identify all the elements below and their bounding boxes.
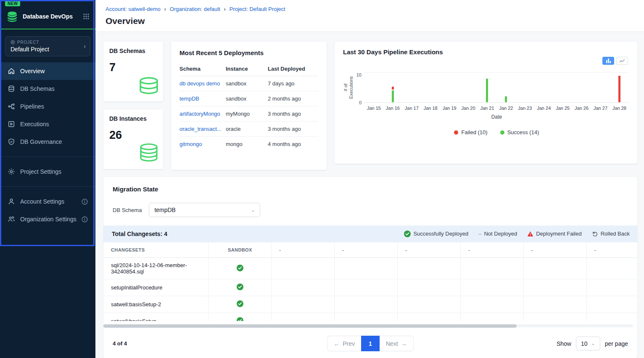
chart-bar-group [553,73,572,102]
pipeline-executions-card: Last 30 Days Pipeline Executions # of Ex… [335,42,637,164]
chart: # of Executions 10 0 Jan 15Jan 16Jan 17J… [343,72,629,135]
chevron-right-icon: › [84,42,86,50]
chart-x-tick: Jan 28 [610,106,629,111]
target-icon [11,40,15,45]
schema-link[interactable]: db devops demo [179,80,220,87]
chart-bar-group [459,73,478,102]
status-cell [209,279,272,296]
legend-not-deployed: – Not Deployed [478,231,517,237]
check-circle-icon [404,231,411,237]
db-schemas-card: DB Schemas 7 [103,42,163,101]
check-circle-icon [237,302,243,308]
info-icon[interactable] [82,199,88,205]
shield-check-icon [8,138,15,146]
total-changesets-bar: Total Changesets: 4 Successfully Deploye… [103,225,637,242]
x-axis-ticks: Jan 15Jan 16Jan 17Jan 18Jan 19Jan 20Jan … [364,106,629,111]
apps-grid-icon[interactable] [83,13,90,20]
x-axis-label: Date [364,114,629,120]
chart-plot [364,72,629,103]
schema-link[interactable]: tempDB [179,95,199,102]
total-changesets-label: Total Changesets: 4 [112,231,167,237]
chart-x-tick: Jan 24 [534,106,553,111]
column-header: Instance [226,61,268,76]
database-stack-icon [136,143,161,167]
legend-label: Deployment Failed [536,231,581,237]
sidebar-item-organization-settings[interactable]: Organization Settings [0,210,95,228]
chart-bar-group [383,73,402,102]
schema-link[interactable]: gitmongo [179,141,202,147]
info-icon[interactable] [82,216,88,223]
breadcrumb-project-link[interactable]: Project: Default Project [230,6,285,12]
last-deployed-cell: 4 months ago [268,137,318,152]
instance-cell: sandbox [226,91,268,106]
column-header: Last Deployed [268,61,318,76]
per-page-select[interactable]: 10 ⌄ [576,337,600,350]
legend-rolled-back: Rolled Back [592,231,630,237]
schema-link[interactable]: oracle_transact... [179,126,222,132]
sidebar-item-executions[interactable]: Executions [0,115,95,133]
breadcrumb-account-link[interactable]: Account: satwell-demo [106,6,161,12]
sidebar-nav: Overview DB Schemas Pipelines Executions… [0,62,95,151]
migration-state-card: Migration State DB Schema tempDB ⌄ Total… [103,177,637,358]
bar-chart-toggle-icon[interactable] [602,57,614,65]
table-row: gitmongo mongo 4 months ago [179,137,318,152]
migration-table: CHANGESETS SANDBOX - - - - - - sql/2024- [103,242,637,321]
sidebar-item-label: DB Governance [20,138,62,145]
breadcrumb: Account: satwell-demo › Organization: de… [106,6,634,12]
prev-page-button[interactable]: ← Prev [327,336,361,351]
sidebar-item-db-schemas[interactable]: DB Schemas [0,80,95,98]
check-circle-icon [237,285,243,292]
breadcrumb-organization-link[interactable]: Organization: default [170,6,220,12]
chart-bar-group [572,73,591,102]
column-header: - [272,242,335,258]
database-icon [8,85,15,93]
chart-bar [486,79,488,102]
chart-x-tick: Jan 19 [440,106,459,111]
chart-x-tick: Jan 15 [364,106,383,111]
db-schema-select[interactable]: tempDB ⌄ [149,203,260,217]
column-header: - [335,242,398,258]
schema-link[interactable]: artifactoryMongo [179,111,220,117]
deployments-table: Schema Instance Last Deployed db devops … [179,61,318,151]
chart-x-tick: Jan 20 [459,106,478,111]
project-selector[interactable]: PROJECT Default Project › [5,36,90,56]
instance-cell: myMongo [226,106,268,122]
table-row: sql/2024-10-14-12-06-member-34240854.sql [103,258,637,279]
migration-table-wrap: CHANGESETS SANDBOX - - - - - - sql/2024- [103,242,637,321]
next-page-button[interactable]: Next → [380,336,414,351]
chevron-down-icon: ⌄ [591,341,595,346]
sidebar-item-db-governance[interactable]: DB Governance [0,133,95,151]
sidebar-item-pipelines[interactable]: Pipelines [0,98,95,115]
person-icon [8,198,15,205]
gear-icon [8,168,15,175]
show-label: Show [557,340,571,347]
chart-bar [505,96,507,102]
status-legend: Successfully Deployed – Not Deployed Dep… [404,231,630,237]
line-chart-toggle-icon[interactable] [616,57,628,65]
chevron-separator-icon: › [164,6,166,12]
chart-bar-group [402,73,421,102]
divider [0,156,95,157]
last-deployed-cell: 7 days ago [268,76,318,91]
changeset-name: satwell:basisSetup-2 [103,296,209,313]
chart-bar-group [534,73,553,102]
page-number-button[interactable]: 1 [361,336,380,351]
stat-value: 7 [109,61,157,74]
stat-title: DB Schemas [109,48,157,54]
database-icon [136,76,161,100]
failed-dot-icon [454,130,458,135]
arrow-left-icon: ← [334,340,340,347]
chart-bar-group [515,73,534,102]
chart-x-tick: Jan 25 [553,106,572,111]
sidebar-item-overview[interactable]: Overview [0,62,95,80]
db-schema-label: DB Schema [113,207,142,213]
scrollbar-thumb[interactable] [103,324,517,328]
chart-x-tick: Jan 18 [421,106,440,111]
legend-label: Successfully Deployed [413,231,468,237]
horizontal-scrollbar[interactable] [103,324,633,327]
card-title: Most Recent 5 Deployments [179,49,318,56]
main-area: Account: satwell-demo › Organization: de… [95,0,644,358]
arrow-right-icon: → [401,340,407,347]
sidebar-item-project-settings[interactable]: Project Settings [0,163,95,180]
sidebar-item-account-settings[interactable]: Account Settings [0,193,95,210]
